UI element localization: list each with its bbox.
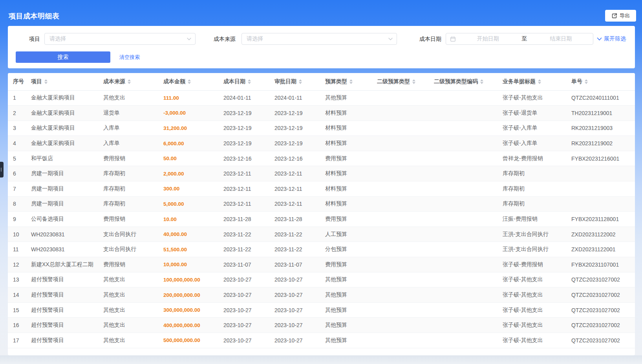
- sort-icon[interactable]: [248, 79, 251, 84]
- table-row: 4金融大厦采购项目入库单6,000.002023-12-192023-12-19…: [8, 136, 635, 151]
- table-cell: 其他预算: [325, 287, 377, 303]
- column-label: 二级预算类型编码: [434, 78, 478, 85]
- column-header[interactable]: 业务单据标题: [503, 73, 571, 90]
- table-cell: 入库单: [103, 136, 163, 151]
- table-cell: 其他支出: [103, 302, 163, 318]
- table-cell: 2023-11-22: [223, 242, 274, 257]
- table-cell: 10: [8, 227, 31, 242]
- table-cell: 张子硕-其他支出: [503, 318, 571, 333]
- column-label: 业务单据标题: [503, 78, 536, 85]
- table-cell: 退货单: [103, 106, 163, 121]
- table-cell: 5: [8, 151, 31, 166]
- sort-icon[interactable]: [188, 79, 191, 84]
- table-cell: ZXD20231122001: [571, 242, 635, 257]
- column-header[interactable]: 审批日期: [274, 73, 325, 90]
- table-cell: 2024-01-11: [223, 90, 274, 106]
- sort-icon[interactable]: [128, 79, 131, 84]
- table-cell: 曾祥龙-费用报销: [503, 151, 571, 166]
- sort-icon[interactable]: [412, 79, 415, 84]
- column-header[interactable]: 项目: [31, 73, 103, 90]
- table-row: 17超付预警项目其他支出500,000,000.002023-10-272023…: [8, 333, 635, 348]
- table-cell: 2023-11-22: [274, 227, 325, 242]
- table-header-row: 序号项目成本来源成本金额成本日期审批日期预算类型二级预算类型二级预算类型编码业务…: [8, 73, 635, 90]
- column-label: 项目: [31, 78, 42, 85]
- page-title: 项目成本明细表: [9, 11, 60, 21]
- table-row: 8房建一期项目库存期初5,000.002023-12-112023-12-11材…: [8, 196, 635, 212]
- table-cell: [377, 106, 434, 121]
- column-header[interactable]: 成本金额: [163, 73, 223, 90]
- sort-icon[interactable]: [299, 79, 302, 84]
- sort-icon[interactable]: [480, 79, 483, 84]
- column-header[interactable]: 成本来源: [103, 73, 163, 90]
- table-cell: [571, 181, 635, 197]
- table-cell: 其他支出: [103, 333, 163, 348]
- end-date-input[interactable]: 结束日期: [529, 35, 593, 42]
- table-cell: 14: [8, 287, 31, 303]
- project-select[interactable]: 请选择: [44, 33, 196, 45]
- sort-icon[interactable]: [538, 79, 541, 84]
- table-cell: [377, 196, 434, 212]
- table-cell: QTZC20231027002: [571, 302, 635, 318]
- table-cell: -3,000.00: [163, 106, 223, 121]
- column-header[interactable]: 预算类型: [325, 73, 377, 90]
- table-cell: 其他预算: [325, 333, 377, 348]
- sort-icon[interactable]: [585, 79, 588, 84]
- cost-date-range-input[interactable]: 开始日期 至 结束日期: [446, 33, 593, 45]
- table-cell: 2023-12-19: [223, 121, 274, 136]
- export-button[interactable]: 导出: [605, 10, 636, 22]
- table-cell: 库存期初: [503, 181, 571, 197]
- table-row: 6房建一期项目库存期初2,000.002023-12-112023-12-11材…: [8, 166, 635, 181]
- table-cell: 公司备选项目: [31, 212, 103, 227]
- sort-icon[interactable]: [349, 79, 353, 84]
- table-cell: [434, 196, 503, 212]
- table-cell: 13: [8, 272, 31, 287]
- column-header[interactable]: 二级预算类型编码: [434, 73, 503, 90]
- table-cell: 2023-10-27: [223, 318, 274, 333]
- cost-source-select[interactable]: 请选择: [241, 33, 397, 45]
- table-cell: 张子硕-费用报销: [503, 257, 571, 273]
- table-cell: FYBX20231216001: [571, 151, 635, 166]
- column-header[interactable]: 二级预算类型: [377, 73, 434, 90]
- table-cell: [377, 333, 434, 348]
- table-cell: 张子硕-其他支出: [503, 272, 571, 287]
- table-cell: 9: [8, 212, 31, 227]
- start-date-input[interactable]: 开始日期: [456, 35, 520, 42]
- clear-search-link[interactable]: 清空搜索: [119, 51, 140, 63]
- column-header[interactable]: 单号: [571, 73, 635, 90]
- search-button[interactable]: 搜索: [16, 51, 110, 63]
- expand-filters-link[interactable]: 展开筛选: [597, 33, 626, 45]
- table-cell: 材料预算: [325, 181, 377, 197]
- export-icon: [611, 13, 617, 19]
- table-cell: 2023-11-28: [223, 212, 274, 227]
- side-drawer-toggle[interactable]: [0, 162, 4, 177]
- table-cell: 其他支出: [103, 90, 163, 106]
- table-cell: [377, 318, 434, 333]
- table-cell: 2023-12-19: [223, 106, 274, 121]
- table-cell: RK20231219003: [571, 121, 635, 136]
- table-cell: 库存期初: [103, 181, 163, 197]
- table-cell: [377, 272, 434, 287]
- table-cell: 200,000,000.00: [163, 287, 223, 303]
- table-cell: 2023-12-19: [223, 136, 274, 151]
- table-cell: [434, 121, 503, 136]
- table-cell: 2023-10-27: [274, 302, 325, 318]
- column-label: 成本日期: [223, 78, 245, 85]
- column-label: 审批日期: [274, 78, 296, 85]
- sort-icon[interactable]: [44, 79, 48, 84]
- table-cell: 400,000,000.00: [163, 318, 223, 333]
- table-cell: TH20231219001: [571, 106, 635, 121]
- table-cell: 材料预算: [325, 106, 377, 121]
- table-cell: 6,000.00: [163, 136, 223, 151]
- column-header[interactable]: 成本日期: [223, 73, 274, 90]
- table-cell: 入库单: [103, 121, 163, 136]
- table-cell: 2023-11-22: [223, 227, 274, 242]
- column-header: 序号: [8, 73, 31, 90]
- table-cell: 库存期初: [103, 196, 163, 212]
- table-cell: QTZC20231027002: [571, 318, 635, 333]
- table-cell: 其他支出: [103, 272, 163, 287]
- table-cell: 张子硕-入库单: [503, 136, 571, 151]
- table-cell: 库存期初: [503, 196, 571, 212]
- table-cell: RK20231219002: [571, 136, 635, 151]
- table-cell: 7: [8, 181, 31, 197]
- table-cell: 2023-12-19: [274, 136, 325, 151]
